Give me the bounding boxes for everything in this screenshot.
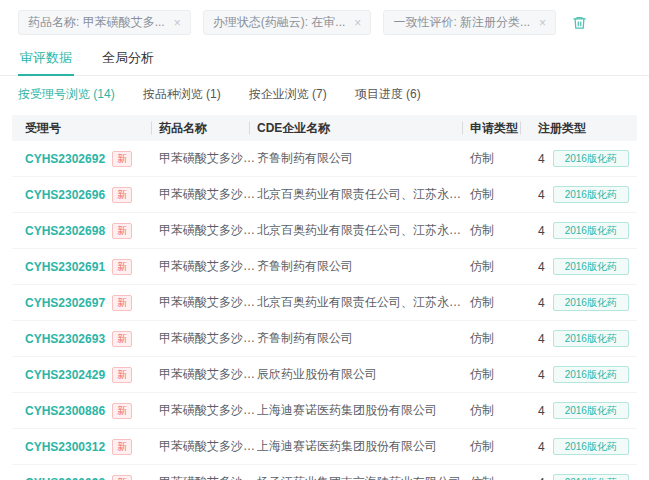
- filter-tag-consistency[interactable]: 一致性评价: 新注册分类... ×: [383, 10, 556, 35]
- subtab-by-acceptance-no[interactable]: 按受理号浏览 (14): [18, 86, 115, 103]
- new-badge: 新: [112, 475, 132, 480]
- clear-filters-button[interactable]: [570, 14, 588, 32]
- drug-name-cell: 甲苯磺酸艾多沙班片: [159, 402, 257, 419]
- company-cell: 扬子江药业集团南京海陵药业有限公司: [257, 474, 470, 480]
- drug-name-cell: 甲苯磺酸艾多沙班片: [159, 366, 257, 383]
- acceptance-no-link[interactable]: CYHS2302691: [25, 260, 105, 274]
- company-cell: 上海迪赛诺医药集团股份有限公司: [257, 402, 470, 419]
- application-type-cell: 仿制: [470, 258, 528, 275]
- table-row: CYHS2302698 新 甲苯磺酸艾多沙班片 北京百奥药业有限责任公司、江苏永…: [12, 213, 637, 249]
- results-table: 受理号 药品名称 CDE企业名称 申请类型 注册类型 CYHS2302692 新…: [12, 115, 637, 480]
- application-type-cell: 仿制: [470, 366, 528, 383]
- acceptance-no-link[interactable]: CYHS2302698: [25, 224, 105, 238]
- new-badge: 新: [112, 403, 132, 419]
- filter-tag-drug-name[interactable]: 药品名称: 甲苯磺酸艾多... ×: [18, 10, 191, 35]
- tab-global-analysis[interactable]: 全局分析: [100, 41, 156, 75]
- registration-type-badge[interactable]: 2016版化药: [553, 222, 629, 239]
- table-row: CYHS2302429 新 甲苯磺酸艾多沙班片 辰欣药业股份有限公司 仿制 4 …: [12, 357, 637, 393]
- drug-name-cell: 甲苯磺酸艾多沙班片: [159, 150, 257, 167]
- registration-type-badge[interactable]: 2016版化药: [553, 366, 629, 383]
- registration-type-badge[interactable]: 2016版化药: [553, 402, 629, 419]
- registration-category: 4: [538, 224, 545, 238]
- company-cell: 上海迪赛诺医药集团股份有限公司: [257, 438, 470, 455]
- company-cell: 北京百奥药业有限责任公司、江苏永安制药有限公司: [257, 186, 470, 203]
- new-badge: 新: [112, 259, 132, 275]
- table-header: 受理号 药品名称 CDE企业名称 申请类型 注册类型: [12, 115, 637, 141]
- table-row: CYHS2302692 新 甲苯磺酸艾多沙班片 齐鲁制药有限公司 仿制 4 20…: [12, 141, 637, 177]
- close-icon[interactable]: ×: [174, 17, 181, 29]
- acceptance-no-link[interactable]: CYHS2302696: [25, 188, 105, 202]
- application-type-cell: 仿制: [470, 402, 528, 419]
- acceptance-no-link[interactable]: CYHS2302429: [25, 368, 105, 382]
- registration-type-badge[interactable]: 2016版化药: [553, 330, 629, 347]
- close-icon[interactable]: ×: [539, 17, 546, 29]
- company-cell: 齐鲁制药有限公司: [257, 330, 470, 347]
- company-cell: 齐鲁制药有限公司: [257, 258, 470, 275]
- main-tabs: 审评数据 全局分析: [0, 41, 649, 76]
- company-cell: 北京百奥药业有限责任公司、江苏永安制药有限公司: [257, 222, 470, 239]
- column-header-acceptance-no: 受理号: [12, 120, 159, 137]
- new-badge: 新: [112, 187, 132, 203]
- registration-type-badge[interactable]: 2016版化药: [553, 294, 629, 311]
- sub-tabs: 按受理号浏览 (14) 按品种浏览 (1) 按企业浏览 (7) 项目进度 (6): [0, 76, 649, 112]
- registration-category: 4: [538, 188, 545, 202]
- column-header-registration-type: 注册类型: [528, 120, 637, 137]
- application-type-cell: 仿制: [470, 330, 528, 347]
- subtab-project-progress[interactable]: 项目进度 (6): [355, 86, 421, 103]
- table-row: CYHS2302691 新 甲苯磺酸艾多沙班片 齐鲁制药有限公司 仿制 4 20…: [12, 249, 637, 285]
- registration-type-badge[interactable]: 2016版化药: [553, 186, 629, 203]
- acceptance-no-link[interactable]: CYHS2302693: [25, 332, 105, 346]
- table-row: CYHS2300886 新 甲苯磺酸艾多沙班片 上海迪赛诺医药集团股份有限公司 …: [12, 393, 637, 429]
- acceptance-no-link[interactable]: CYHS2302692: [25, 152, 105, 166]
- acceptance-no-link[interactable]: CYHS2302697: [25, 296, 105, 310]
- trash-icon: [572, 15, 587, 30]
- drug-name-cell: 甲苯磺酸艾多沙班片: [159, 330, 257, 347]
- new-badge: 新: [112, 367, 132, 383]
- company-cell: 北京百奥药业有限责任公司、江苏永安制药有限公司: [257, 294, 470, 311]
- subtab-by-variety[interactable]: 按品种浏览 (1): [143, 86, 221, 103]
- filter-tag-label: 一致性评价: 新注册分类...: [393, 14, 530, 31]
- registration-category: 4: [538, 476, 545, 480]
- acceptance-no-link[interactable]: CYHS2300312: [25, 440, 105, 454]
- registration-category: 4: [538, 368, 545, 382]
- filter-tag-status[interactable]: 办理状态(药融云): 在审... ×: [203, 10, 372, 35]
- registration-category: 4: [538, 260, 545, 274]
- drug-name-cell: 甲苯磺酸艾多沙班片: [159, 438, 257, 455]
- registration-category: 4: [538, 332, 545, 346]
- company-cell: 齐鲁制药有限公司: [257, 150, 470, 167]
- table-row: CYHS2200092 新 甲苯磺酸艾多沙班片 扬子江药业集团南京海陵药业有限公…: [12, 465, 637, 480]
- table-body: CYHS2302692 新 甲苯磺酸艾多沙班片 齐鲁制药有限公司 仿制 4 20…: [12, 141, 637, 480]
- filter-tag-label: 办理状态(药融云): 在审...: [213, 14, 346, 31]
- application-type-cell: 仿制: [470, 222, 528, 239]
- column-header-drug-name: 药品名称: [159, 120, 257, 137]
- registration-type-badge[interactable]: 2016版化药: [553, 438, 629, 455]
- filter-tag-label: 药品名称: 甲苯磺酸艾多...: [28, 14, 165, 31]
- registration-category: 4: [538, 404, 545, 418]
- subtab-by-company[interactable]: 按企业浏览 (7): [249, 86, 327, 103]
- column-header-cde-company: CDE企业名称: [257, 120, 470, 137]
- drug-name-cell: 甲苯磺酸艾多沙班片: [159, 294, 257, 311]
- registration-type-badge[interactable]: 2016版化药: [553, 258, 629, 275]
- application-type-cell: 仿制: [470, 186, 528, 203]
- registration-type-badge[interactable]: 2016版化药: [553, 150, 629, 167]
- registration-category: 4: [538, 296, 545, 310]
- tab-review-data[interactable]: 审评数据: [18, 41, 74, 76]
- drug-name-cell: 甲苯磺酸艾多沙班片: [159, 258, 257, 275]
- new-badge: 新: [112, 223, 132, 239]
- close-icon[interactable]: ×: [354, 17, 361, 29]
- table-row: CYHS2302696 新 甲苯磺酸艾多沙班片 北京百奥药业有限责任公司、江苏永…: [12, 177, 637, 213]
- application-type-cell: 仿制: [470, 150, 528, 167]
- acceptance-no-link[interactable]: CYHS2300886: [25, 404, 105, 418]
- acceptance-no-link[interactable]: CYHS2200092: [25, 476, 105, 480]
- company-cell: 辰欣药业股份有限公司: [257, 366, 470, 383]
- registration-category: 4: [538, 440, 545, 454]
- registration-type-badge[interactable]: 2016版化药: [553, 474, 629, 480]
- application-type-cell: 仿制: [470, 294, 528, 311]
- new-badge: 新: [112, 439, 132, 455]
- drug-name-cell: 甲苯磺酸艾多沙班片: [159, 222, 257, 239]
- registration-category: 4: [538, 152, 545, 166]
- application-type-cell: 仿制: [470, 438, 528, 455]
- drug-name-cell: 甲苯磺酸艾多沙班片: [159, 186, 257, 203]
- table-row: CYHS2302697 新 甲苯磺酸艾多沙班片 北京百奥药业有限责任公司、江苏永…: [12, 285, 637, 321]
- application-type-cell: 仿制: [470, 474, 528, 480]
